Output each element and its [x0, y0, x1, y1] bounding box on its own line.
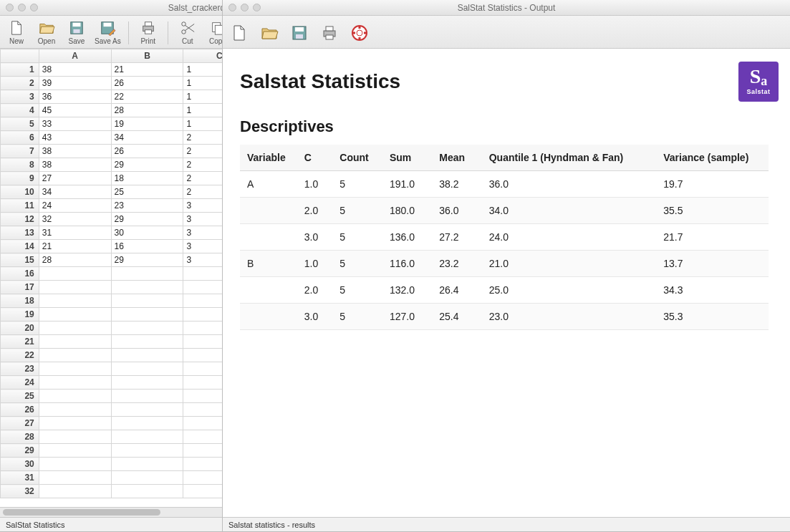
new-button[interactable]	[227, 24, 251, 42]
cell[interactable]	[111, 458, 183, 471]
cell[interactable]	[111, 417, 183, 430]
row-header[interactable]: 3	[1, 90, 39, 104]
cell[interactable]	[39, 376, 111, 390]
column-header[interactable]: B	[111, 49, 183, 63]
cell[interactable]: 43	[39, 131, 111, 145]
cell[interactable]	[111, 349, 183, 362]
row-header[interactable]: 24	[1, 376, 39, 390]
cell[interactable]	[39, 390, 111, 403]
minimize-icon[interactable]	[241, 4, 249, 11]
cell[interactable]	[39, 281, 111, 294]
cell[interactable]	[111, 281, 183, 294]
cell[interactable]: 39	[39, 77, 111, 90]
row-header[interactable]: 29	[1, 444, 39, 458]
cell[interactable]: 18	[111, 172, 183, 185]
cell[interactable]	[39, 458, 111, 471]
print-button[interactable]	[317, 24, 342, 42]
cut-button[interactable]: Cut	[175, 20, 200, 45]
cell[interactable]	[111, 294, 183, 308]
cell[interactable]: 25	[111, 185, 183, 199]
cell[interactable]: 34	[39, 185, 111, 199]
cell[interactable]	[39, 417, 111, 430]
row-header[interactable]: 27	[1, 417, 39, 430]
save-button[interactable]	[287, 24, 312, 42]
cell[interactable]	[39, 321, 111, 335]
cell[interactable]: 21	[111, 63, 183, 77]
cell[interactable]: 31	[39, 226, 111, 240]
cell[interactable]: 16	[111, 240, 183, 253]
row-header[interactable]: 18	[1, 294, 39, 308]
close-icon[interactable]	[6, 4, 14, 11]
cell[interactable]: 33	[39, 117, 111, 131]
cell[interactable]	[111, 376, 183, 390]
cell[interactable]	[39, 308, 111, 321]
cell[interactable]	[39, 485, 111, 498]
cell[interactable]	[111, 267, 183, 281]
row-header[interactable]: 14	[1, 240, 39, 253]
cell[interactable]: 27	[39, 172, 111, 185]
row-header[interactable]: 2	[1, 77, 39, 90]
cell[interactable]	[39, 430, 111, 444]
cell[interactable]: 29	[111, 158, 183, 172]
cell[interactable]: 30	[111, 226, 183, 240]
row-header[interactable]: 21	[1, 335, 39, 349]
cell[interactable]	[111, 485, 183, 498]
cell[interactable]: 38	[39, 63, 111, 77]
cell[interactable]	[39, 267, 111, 281]
row-header[interactable]: 6	[1, 131, 39, 145]
row-header[interactable]: 31	[1, 471, 39, 485]
cell[interactable]	[39, 471, 111, 485]
cell[interactable]: 23	[111, 199, 183, 213]
row-header[interactable]: 10	[1, 185, 39, 199]
row-header[interactable]: 15	[1, 253, 39, 267]
row-header[interactable]: 16	[1, 267, 39, 281]
minimize-icon[interactable]	[18, 4, 26, 11]
cell[interactable]: 22	[111, 90, 183, 104]
row-header[interactable]: 11	[1, 199, 39, 213]
cell[interactable]: 26	[111, 77, 183, 90]
row-header[interactable]: 13	[1, 226, 39, 240]
row-header[interactable]: 17	[1, 281, 39, 294]
cell[interactable]: 28	[39, 253, 111, 267]
cell[interactable]: 32	[39, 213, 111, 226]
cell[interactable]	[111, 471, 183, 485]
new-button[interactable]: New	[4, 20, 29, 45]
row-header[interactable]: 19	[1, 308, 39, 321]
row-header[interactable]: 9	[1, 172, 39, 185]
zoom-icon[interactable]	[30, 4, 38, 11]
row-header[interactable]: 30	[1, 458, 39, 471]
cell[interactable]: 45	[39, 104, 111, 117]
row-header[interactable]: 22	[1, 349, 39, 362]
cell[interactable]: 29	[111, 253, 183, 267]
cell[interactable]: 26	[111, 145, 183, 158]
cell[interactable]	[111, 362, 183, 376]
column-header[interactable]: A	[39, 49, 111, 63]
row-header[interactable]: 4	[1, 104, 39, 117]
cell[interactable]	[111, 308, 183, 321]
cell[interactable]: 28	[111, 104, 183, 117]
open-button[interactable]: Open	[34, 20, 59, 45]
cell[interactable]	[111, 390, 183, 403]
cell[interactable]	[111, 321, 183, 335]
row-header[interactable]: 20	[1, 321, 39, 335]
print-button[interactable]: Print	[136, 20, 160, 45]
close-icon[interactable]	[228, 4, 236, 11]
cell[interactable]: 38	[39, 158, 111, 172]
help-button[interactable]	[347, 24, 372, 42]
zoom-icon[interactable]	[253, 4, 261, 11]
cell[interactable]	[111, 430, 183, 444]
cell[interactable]	[111, 403, 183, 417]
row-header[interactable]: 25	[1, 390, 39, 403]
row-header[interactable]: 28	[1, 430, 39, 444]
row-header[interactable]: 8	[1, 158, 39, 172]
row-header[interactable]: 32	[1, 485, 39, 498]
cell[interactable]	[111, 444, 183, 458]
cell[interactable]: 38	[39, 145, 111, 158]
titlebar-right[interactable]: SalStat Statistics - Output	[223, 0, 790, 16]
cell[interactable]	[39, 349, 111, 362]
row-header[interactable]: 26	[1, 403, 39, 417]
row-header[interactable]: 5	[1, 117, 39, 131]
row-header[interactable]: 12	[1, 213, 39, 226]
row-header[interactable]: 23	[1, 362, 39, 376]
cell[interactable]	[39, 403, 111, 417]
